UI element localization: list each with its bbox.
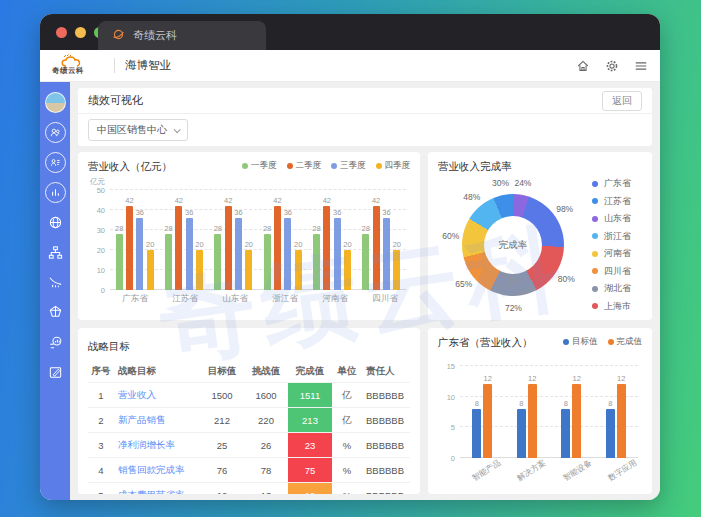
bar[interactable] (572, 384, 581, 458)
bar[interactable] (274, 206, 281, 290)
x-axis-label: 智能产品 (470, 457, 503, 483)
bar[interactable] (264, 234, 271, 290)
bar[interactable] (393, 250, 400, 290)
sidebar-item-edit[interactable] (45, 362, 66, 383)
legend-item[interactable]: 三季度 (331, 160, 366, 172)
org-selector-dropdown[interactable]: 中国区销售中心 (88, 119, 188, 141)
bar[interactable] (214, 234, 221, 290)
avatar[interactable] (45, 92, 66, 113)
bar[interactable] (517, 409, 526, 458)
gear-icon[interactable] (604, 58, 619, 73)
legend-item[interactable]: 浙江省 (592, 230, 631, 243)
legend-item[interactable]: 湖北省 (592, 282, 631, 295)
bar[interactable] (136, 218, 143, 290)
bar[interactable] (126, 206, 133, 290)
sidebar-item-orgchart[interactable] (45, 242, 66, 263)
bar[interactable] (323, 206, 330, 290)
bar[interactable] (362, 234, 369, 290)
bar[interactable] (344, 250, 351, 290)
bar-group: 812 (472, 366, 492, 458)
bar[interactable] (561, 409, 570, 458)
donut-slice-label: 24% (514, 178, 531, 188)
menu-icon[interactable] (633, 58, 648, 73)
chevron-down-icon (174, 126, 181, 133)
bar[interactable] (225, 206, 232, 290)
bar-wrap: 8 (561, 366, 570, 458)
goal-link[interactable]: 销售回款完成率 (118, 464, 185, 477)
window-titlebar: 奇绩云科 (40, 14, 660, 50)
bar[interactable] (383, 218, 390, 290)
browser-tab[interactable]: 奇绩云科 (98, 21, 266, 50)
back-button[interactable]: 返回 (602, 91, 642, 111)
bar-value-label: 20 (146, 240, 154, 249)
bar[interactable] (373, 206, 380, 290)
legend-item[interactable]: 四川省 (592, 265, 631, 278)
x-axis-label: 广东省 (122, 293, 148, 305)
goal-link[interactable]: 新产品销售 (118, 414, 166, 427)
bar-wrap: 28 (115, 190, 123, 290)
goal-link[interactable]: 净利润增长率 (118, 439, 175, 452)
bar[interactable] (617, 384, 626, 458)
bar-value-label: 36 (382, 208, 390, 217)
bar[interactable] (147, 250, 154, 290)
bar-wrap: 36 (382, 190, 390, 290)
bar[interactable] (295, 250, 302, 290)
home-icon[interactable] (575, 58, 590, 73)
bar-wrap: 20 (195, 190, 203, 290)
bar[interactable] (334, 218, 341, 290)
legend-item[interactable]: 上海市 (592, 300, 631, 313)
y-axis-tick: 20 (89, 246, 105, 255)
sidebar-item-users[interactable] (45, 122, 66, 143)
x-axis-label: 解决方案 (515, 457, 548, 483)
y-axis-tick: 15 (439, 362, 455, 371)
bar-wrap: 28 (312, 190, 320, 290)
bar[interactable] (175, 206, 182, 290)
legend-dot (242, 163, 248, 169)
bar[interactable] (196, 250, 203, 290)
revenue-chart-card: 营业收入（亿元） 一季度二季度三季度四季度 亿元 504030201002842… (78, 152, 420, 320)
legend-item[interactable]: 一季度 (242, 160, 277, 172)
legend-item[interactable]: 河南省 (592, 247, 631, 260)
x-axis-labels: 智能产品解决方案智能设备数字应用 (460, 461, 642, 475)
bar-plot-area: 亿元 5040302010028423620284236202842362028… (110, 190, 406, 290)
bar-wrap: 36 (284, 190, 292, 290)
sidebar-item-analysis[interactable] (45, 332, 66, 353)
bar-group: 812 (561, 366, 581, 458)
sidebar-item-contacts[interactable] (45, 152, 66, 173)
bar[interactable] (186, 218, 193, 290)
bar[interactable] (245, 250, 252, 290)
legend-item[interactable]: 目标值 (563, 336, 598, 348)
legend-item[interactable]: 二季度 (287, 160, 322, 172)
goal-link[interactable]: 成本费用节省率 (118, 489, 185, 495)
table-row: 2新产品销售212220213亿BBBBBB (88, 408, 410, 433)
legend-item[interactable]: 四季度 (376, 160, 411, 172)
sidebar-item-global[interactable] (45, 212, 66, 233)
legend-item[interactable]: 江苏省 (592, 195, 631, 208)
minimize-button[interactable] (75, 27, 86, 38)
bar[interactable] (235, 218, 242, 290)
sidebar-item-quality[interactable] (45, 302, 66, 323)
sidebar-item-reports[interactable] (45, 182, 66, 203)
bar[interactable] (165, 234, 172, 290)
bar-wrap: 8 (517, 366, 526, 458)
legend-item[interactable]: 广东省 (592, 177, 631, 190)
legend-label: 目标值 (572, 336, 598, 348)
bar[interactable] (528, 384, 537, 458)
unit-cell: 亿 (332, 408, 362, 432)
legend-label: 山东省 (604, 212, 631, 225)
bar[interactable] (116, 234, 123, 290)
bar-wrap: 20 (343, 190, 351, 290)
bar[interactable] (313, 234, 320, 290)
legend-item[interactable]: 完成值 (608, 336, 643, 348)
bar[interactable] (483, 384, 492, 458)
bar[interactable] (606, 409, 615, 458)
goal-link[interactable]: 营业收入 (118, 389, 156, 402)
trend-chart-icon (48, 275, 63, 290)
sidebar-item-trends[interactable] (45, 272, 66, 293)
bar[interactable] (472, 409, 481, 458)
legend-item[interactable]: 山东省 (592, 212, 631, 225)
edit-icon (48, 365, 63, 380)
bar[interactable] (284, 218, 291, 290)
globe-icon (48, 215, 63, 230)
close-button[interactable] (56, 27, 67, 38)
